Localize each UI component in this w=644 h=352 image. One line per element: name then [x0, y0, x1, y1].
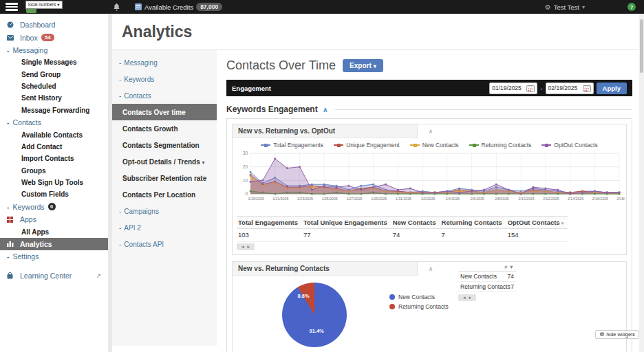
submenu-item-api-2[interactable]: -API 2: [112, 219, 217, 236]
svg-text:1/31/2025: 1/31/2025: [396, 197, 411, 201]
legend-item-new-contacts[interactable]: New Contacts: [410, 142, 459, 148]
pie-legend-item-returning-contacts[interactable]: Returning Contacts: [389, 303, 449, 310]
widget-collapse-icon[interactable]: ∧: [429, 128, 433, 135]
calendar-icon[interactable]: [526, 85, 535, 92]
export-caret-icon: ▾: [374, 63, 376, 69]
sidebar-item-web-sign-up-tools[interactable]: Web Sign Up Tools: [0, 177, 108, 188]
sidebar-item-send-group[interactable]: Send Group: [0, 69, 108, 80]
collapse-dash-icon: -: [7, 252, 10, 261]
sidebar-item-label: Sent History: [21, 94, 62, 102]
submenu-item-opt-out-details-trends[interactable]: Opt-out Details / Trends ▾: [112, 153, 217, 170]
date-to-input[interactable]: [548, 85, 581, 91]
submenu-item-contacts-api[interactable]: -Contacts API: [112, 236, 217, 252]
sidebar-item-settings[interactable]: -Settings: [0, 250, 108, 263]
inbox-icon: [7, 35, 17, 41]
pie-legend: New ContactsReturning Contacts: [389, 294, 449, 313]
legend-label: New Contacts: [398, 294, 435, 300]
sort-caret-icon: ▾: [561, 221, 564, 226]
sidebar-item-label: Add Contact: [21, 143, 62, 151]
legend-item-optout-contacts[interactable]: OptOut Contacts: [541, 142, 597, 148]
help-button[interactable]: ?: [627, 3, 636, 11]
keywords-engagement-collapse-icon[interactable]: ∧: [323, 106, 328, 113]
calendar-icon[interactable]: [583, 85, 591, 92]
available-credits: Available Credits 87,000: [135, 3, 222, 11]
svg-text:1/19/2025: 1/19/2025: [248, 197, 264, 201]
table-header-optout-contacts[interactable]: OptOut Contacts▾: [506, 217, 568, 229]
collapse-dash-icon: -: [119, 92, 121, 100]
sidebar-item-custom-fields[interactable]: Custom Fields: [0, 188, 108, 200]
sidebar-item-label: Dashboard: [20, 21, 55, 29]
sidebar-item-messaging[interactable]: -Messaging: [0, 44, 108, 56]
submenu-item-messaging[interactable]: -Messaging: [112, 54, 217, 71]
legend-item-total-engagements[interactable]: Total Engagements: [261, 142, 323, 148]
submenu-item-contacts-over-time[interactable]: Contacts Over time: [112, 104, 217, 120]
next-page-icon[interactable]: ▸: [248, 244, 250, 250]
sidebar-item-sent-history[interactable]: Sent History: [0, 92, 108, 104]
date-from-input[interactable]: [492, 85, 525, 91]
topbar: local numbers ▾ Available Credits 87,000…: [0, 0, 644, 14]
hamburger-menu-icon[interactable]: [0, 0, 23, 14]
table-header-returning-contacts[interactable]: Returning Contacts: [440, 217, 506, 229]
collapse-dash-icon: -: [119, 241, 121, 248]
sidebar-item-dashboard[interactable]: Dashboard: [0, 19, 108, 31]
legend-item-unique-engagement[interactable]: Unique Engagement: [334, 142, 400, 148]
submenu-item-subscriber-retention-rate[interactable]: Subscriber Retention rate: [112, 170, 217, 186]
legend-label: OptOut Contacts: [554, 142, 597, 148]
sidebar-item-label: Messaging: [13, 46, 48, 54]
sidebar-item-scheduled[interactable]: Scheduled: [0, 80, 108, 92]
local-numbers-dropdown[interactable]: local numbers ▾: [25, 1, 63, 9]
submenu-item-contacts-segmentation[interactable]: Contacts Segmentation: [112, 137, 217, 153]
submenu-item-label: Contacts Segmentation: [122, 142, 200, 149]
prev-page-icon[interactable]: ◂: [463, 295, 466, 300]
widget-new-vs-returning: New vs. Returning Contacts ∧ 8.6%91.4% N…: [232, 261, 627, 352]
table-header-total-unique-engagements[interactable]: Total Unique Engagements: [302, 217, 391, 229]
user-menu[interactable]: Test Test: [554, 3, 579, 11]
sidebar-item-all-apps[interactable]: All Apps: [0, 226, 108, 237]
submenu-item-keywords[interactable]: -Keywords: [112, 71, 217, 87]
notifications-bell-icon[interactable]: [114, 3, 120, 11]
collapse-dash-icon: -: [119, 59, 121, 67]
table-header-new-contacts[interactable]: New Contacts: [391, 217, 440, 229]
sidebar-item-message-forwarding[interactable]: Message Forwarding: [0, 104, 108, 116]
sidebar-item-single-messages[interactable]: Single Messages: [0, 56, 108, 68]
sidebar-item-analytics[interactable]: Analytics: [0, 238, 108, 250]
engagement-label: Engagement: [232, 85, 271, 92]
pie-legend-item-new-contacts[interactable]: New Contacts: [389, 294, 449, 300]
sidebar-item-available-contacts[interactable]: Available Contacts: [0, 129, 108, 140]
sidebar-item-label: Keywords: [13, 203, 45, 211]
submenu-item-contacts-growth[interactable]: Contacts Growth: [112, 120, 217, 137]
sidebar-item-label: Available Contacts: [21, 131, 83, 139]
page-scrollbar[interactable]: [639, 14, 644, 352]
legend-label: New Contacts: [422, 142, 459, 148]
user-gear-icon: ⚙: [545, 3, 551, 11]
sidebar-item-apps[interactable]: Apps: [0, 213, 108, 226]
submenu-item-contacts-per-location[interactable]: Contacts Per Location: [112, 186, 217, 203]
hide-widgets-button[interactable]: ⚙ hide widgets: [595, 330, 639, 339]
sidebar-item-inbox[interactable]: Inbox54: [0, 31, 108, 43]
sidebar-item-groups[interactable]: Groups: [0, 165, 108, 177]
submenu-item-label: Contacts Over time: [122, 109, 186, 116]
user-caret-icon: ▾: [582, 4, 585, 10]
collapse-dash-icon: -: [7, 46, 10, 54]
prev-page-icon[interactable]: ◂: [242, 244, 244, 250]
table-header-total-engagements[interactable]: Total Engagements: [237, 217, 302, 229]
scrollbar-thumb[interactable]: [640, 19, 643, 73]
side-table-header[interactable]: # ▼: [458, 263, 516, 272]
export-button[interactable]: Export▾: [343, 59, 383, 72]
submenu-item-campaigns[interactable]: -Campaigns: [112, 203, 217, 219]
sort-icon[interactable]: ▼: [509, 264, 514, 270]
gear-icon: ⚙: [599, 331, 604, 338]
sidebar-item-add-contact[interactable]: Add Contact: [0, 141, 108, 153]
next-page-icon[interactable]: ▸: [469, 295, 472, 300]
apply-button[interactable]: Apply: [597, 82, 627, 94]
submenu-item-contacts[interactable]: -Contacts: [112, 87, 217, 104]
sidebar-item-contacts[interactable]: -Contacts: [0, 116, 108, 129]
sidebar-item-keywords[interactable]: -Keywords0: [0, 201, 108, 213]
sidebar-item-learning-center[interactable]: Learning Center↗: [0, 270, 108, 282]
legend-item-returning-contacts[interactable]: Returning Contacts: [469, 142, 532, 148]
sidebar-item-import-contacts[interactable]: Import Contacts: [0, 153, 108, 164]
legend-marker-icon: [261, 144, 270, 146]
submenu-item-label: Messaging: [124, 59, 157, 67]
widget-collapse-icon[interactable]: ∧: [429, 265, 433, 272]
sidebar-item-label: Inbox: [20, 34, 38, 42]
